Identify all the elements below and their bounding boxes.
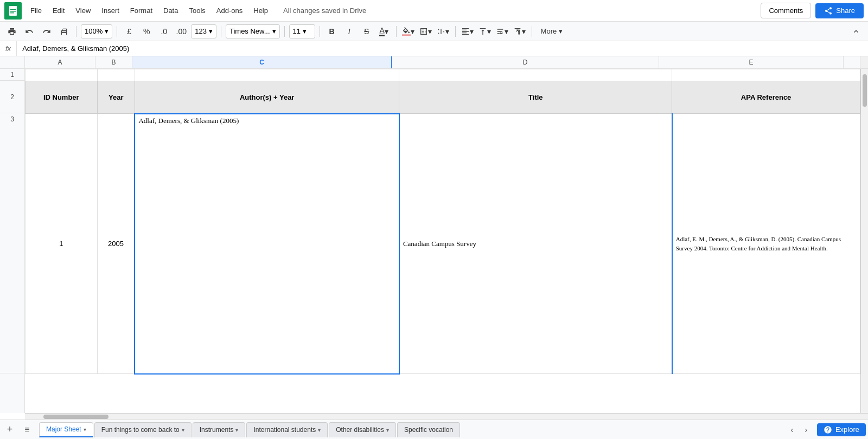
collapse-toolbar-button[interactable] [848, 24, 864, 38]
italic-button[interactable]: I [342, 24, 357, 38]
cell-a3[interactable]: 1 [25, 114, 98, 374]
menu-file[interactable]: File [26, 4, 46, 17]
col-header-e[interactable]: E [659, 56, 844, 68]
cell-b3[interactable]: 2005 [97, 114, 135, 374]
paint-format-button[interactable] [56, 24, 72, 38]
tab-specific-vocation[interactable]: Specific vocation [397, 422, 460, 437]
app-icon [4, 2, 22, 20]
col-header-b[interactable]: B [95, 56, 132, 68]
sheet-nav-next[interactable]: › [800, 423, 813, 436]
row-numbers: 1 2 3 [0, 69, 25, 413]
svg-rect-2 [10, 11, 16, 12]
spreadsheet-container: A B C D E 1 2 3 [0, 56, 868, 419]
merge-cells-button[interactable]: ▾ [436, 24, 451, 38]
fx-label: fx [0, 41, 17, 56]
tab-arrow-instruments: ▾ [235, 427, 238, 433]
fill-color-button[interactable]: ▾ [401, 24, 416, 38]
col-header-d[interactable]: D [392, 56, 659, 68]
sheet-nav-prev[interactable]: ‹ [786, 423, 799, 436]
column-headers: A B C D E [0, 56, 868, 69]
cell-a2[interactable]: ID Number [25, 81, 98, 114]
grid-table: ID Number Year Author(s) + Year Title AP… [25, 69, 860, 375]
table-row: 1 2005 Adlaf, Demers, & Gliksman (2005) … [25, 114, 860, 374]
text-wrap-button[interactable]: ▾ [495, 24, 510, 38]
menu-help[interactable]: Help [249, 4, 272, 17]
cell-a1[interactable] [25, 69, 98, 81]
vertical-scrollbar[interactable] [860, 69, 868, 413]
cell-c3[interactable]: Adlaf, Demers, & Gliksman (2005) [135, 114, 399, 374]
row-num-1[interactable]: 1 [0, 69, 24, 81]
table-row: ID Number Year Author(s) + Year Title AP… [25, 81, 860, 114]
cell-e2[interactable]: APA Reference [672, 81, 860, 114]
cell-b1[interactable] [97, 69, 135, 81]
scrollbar-thumb-horizontal[interactable] [43, 415, 108, 419]
strikethrough-button[interactable]: S [359, 24, 374, 38]
percent-button[interactable]: % [139, 24, 154, 38]
cell-d1[interactable] [399, 69, 672, 81]
format-dropdown[interactable]: 123 ▾ [191, 24, 216, 38]
bold-button[interactable]: B [324, 24, 340, 38]
top-right-actions: Comments Share [761, 3, 864, 18]
menu-bar: File Edit View Insert Format Data Tools … [26, 4, 761, 17]
menu-tools[interactable]: Tools [184, 4, 209, 17]
tab-arrow-major: ▾ [84, 427, 86, 432]
svg-rect-3 [10, 12, 14, 14]
font-dropdown[interactable]: Times New... ▾ [226, 24, 280, 38]
horizontal-scrollbar[interactable] [25, 413, 868, 419]
font-size-dropdown[interactable]: 11 ▾ [289, 24, 315, 38]
cell-b2[interactable]: Year [97, 81, 135, 114]
grid-content: ID Number Year Author(s) + Year Title AP… [25, 69, 860, 413]
tab-international-students[interactable]: International students ▾ [246, 422, 328, 437]
decimal-decrease-button[interactable]: .0 [156, 24, 171, 38]
tab-fun-things[interactable]: Fun things to come back to ▾ [94, 422, 192, 437]
scrollbar-corner [860, 56, 868, 68]
tab-arrow-international: ▾ [318, 427, 321, 433]
menu-format[interactable]: Format [126, 4, 157, 17]
formula-bar: fx Adlaf, Demers, & Gliksman (2005) [0, 41, 868, 56]
toolbar: 100% ▾ £ % .0 .00 123 ▾ Times New... ▾ 1… [0, 22, 868, 41]
menu-edit[interactable]: Edit [48, 4, 69, 17]
col-header-rest [844, 56, 860, 68]
cell-c2[interactable]: Author(s) + Year [135, 81, 399, 114]
comments-button[interactable]: Comments [761, 3, 811, 18]
sheet-menu-button[interactable]: ≡ [20, 422, 35, 437]
menu-insert[interactable]: Insert [97, 4, 124, 17]
grid-wrapper: 1 2 3 [0, 69, 868, 413]
align-left-button[interactable]: ▾ [460, 24, 475, 38]
more-button[interactable]: More ▾ [537, 25, 567, 37]
decimal-increase-button[interactable]: .00 [174, 24, 189, 38]
explore-button[interactable]: Explore [817, 423, 866, 436]
share-button[interactable]: Share [815, 3, 864, 18]
sheet-navigation: ‹ › [786, 423, 813, 436]
col-header-a[interactable]: A [25, 56, 95, 68]
zoom-dropdown[interactable]: 100% ▾ [81, 24, 112, 38]
borders-button[interactable]: ▾ [418, 24, 433, 38]
col-header-c[interactable]: C [132, 56, 392, 68]
cell-c1[interactable] [135, 69, 399, 81]
tab-arrow-disabilities: ▾ [386, 427, 389, 433]
cell-e3[interactable]: Adlaf, E. M., Demers, A., & Gliksman, D.… [672, 114, 860, 374]
tab-other-disabilities[interactable]: Other disabilities ▾ [329, 422, 396, 437]
scrollbar-thumb-vertical[interactable] [863, 74, 867, 107]
undo-button[interactable] [22, 24, 37, 38]
print-button[interactable] [4, 24, 20, 38]
menu-addons[interactable]: Add-ons [212, 4, 247, 17]
font-color-button[interactable]: A ▾ [376, 24, 392, 38]
top-bar: File Edit View Insert Format Data Tools … [0, 0, 868, 22]
text-rotation-button[interactable]: ▾ [512, 24, 527, 38]
cell-e1[interactable] [672, 69, 860, 81]
sheet-tabs-bar: + ≡ Major Sheet ▾ Fun things to come bac… [0, 419, 868, 439]
add-sheet-button[interactable]: + [2, 422, 17, 437]
tab-major-sheet[interactable]: Major Sheet ▾ [39, 422, 93, 437]
cell-d2[interactable]: Title [399, 81, 672, 114]
row-num-3[interactable]: 3 [0, 113, 24, 373]
menu-view[interactable]: View [71, 4, 95, 17]
formula-input[interactable]: Adlaf, Demers, & Gliksman (2005) [17, 44, 868, 53]
redo-button[interactable] [39, 24, 54, 38]
row-num-2[interactable]: 2 [0, 81, 24, 113]
cell-d3[interactable]: Canadian Campus Survey [399, 114, 672, 374]
tab-instruments[interactable]: Instruments ▾ [193, 422, 246, 437]
valign-button[interactable]: ▾ [477, 24, 493, 38]
currency-button[interactable]: £ [122, 24, 137, 38]
menu-data[interactable]: Data [159, 4, 182, 17]
